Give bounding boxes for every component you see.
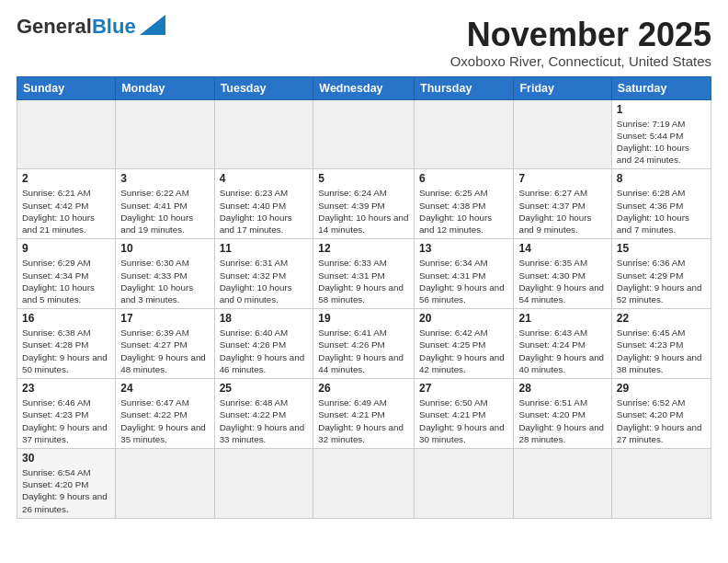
logo: GeneralBlue [17,17,165,37]
day-info-25: Sunrise: 6:48 AM Sunset: 4:22 PM Dayligh… [220,396,309,445]
logo-triangle-icon [140,15,165,35]
calendar-cell-0-6: 1Sunrise: 7:19 AM Sunset: 5:44 PM Daylig… [611,99,711,169]
calendar-cell-4-4: 27Sunrise: 6:50 AM Sunset: 4:21 PM Dayli… [415,379,514,449]
calendar-cell-3-2: 18Sunrise: 6:40 AM Sunset: 4:26 PM Dayli… [214,309,313,379]
calendar-cell-2-2: 11Sunrise: 6:31 AM Sunset: 4:32 PM Dayli… [214,239,313,309]
calendar-cell-1-5: 7Sunrise: 6:27 AM Sunset: 4:37 PM Daylig… [514,169,611,239]
day-info-7: Sunrise: 6:27 AM Sunset: 4:37 PM Dayligh… [518,187,606,236]
calendar-cell-3-3: 19Sunrise: 6:41 AM Sunset: 4:26 PM Dayli… [313,309,415,379]
day-info-23: Sunrise: 6:46 AM Sunset: 4:23 PM Dayligh… [22,396,110,445]
calendar-cell-4-2: 25Sunrise: 6:48 AM Sunset: 4:22 PM Dayli… [214,379,313,449]
week-row-4: 23Sunrise: 6:46 AM Sunset: 4:23 PM Dayli… [17,379,711,449]
calendar-cell-5-3 [313,448,415,518]
day-info-4: Sunrise: 6:23 AM Sunset: 4:40 PM Dayligh… [220,187,309,236]
day-number-28: 28 [518,382,606,395]
day-info-18: Sunrise: 6:40 AM Sunset: 4:26 PM Dayligh… [220,327,309,375]
day-info-9: Sunrise: 6:29 AM Sunset: 4:34 PM Dayligh… [22,257,110,305]
header: GeneralBlue November 2025 Oxoboxo River,… [17,17,711,69]
day-number-29: 29 [617,382,706,395]
calendar-cell-5-0: 30Sunrise: 6:54 AM Sunset: 4:20 PM Dayli… [17,448,116,518]
calendar-cell-3-5: 21Sunrise: 6:43 AM Sunset: 4:24 PM Dayli… [514,309,611,379]
calendar-cell-1-3: 5Sunrise: 6:24 AM Sunset: 4:39 PM Daylig… [313,169,415,239]
day-number-22: 22 [617,312,706,325]
calendar-cell-3-0: 16Sunrise: 6:38 AM Sunset: 4:28 PM Dayli… [17,309,116,379]
day-number-9: 9 [22,242,110,255]
day-number-1: 1 [617,103,706,116]
day-info-21: Sunrise: 6:43 AM Sunset: 4:24 PM Dayligh… [518,327,606,375]
day-number-19: 19 [318,312,409,325]
day-number-20: 20 [419,312,508,325]
day-info-27: Sunrise: 6:50 AM Sunset: 4:21 PM Dayligh… [419,396,508,445]
day-number-14: 14 [518,242,606,255]
day-number-26: 26 [318,382,409,395]
calendar-cell-0-1 [116,99,214,169]
title-block: November 2025 Oxoboxo River, Connecticut… [450,17,711,69]
day-number-17: 17 [120,312,209,325]
week-row-3: 16Sunrise: 6:38 AM Sunset: 4:28 PM Dayli… [17,309,711,379]
day-number-25: 25 [220,382,309,395]
header-friday: Friday [514,76,611,99]
calendar-cell-3-6: 22Sunrise: 6:45 AM Sunset: 4:23 PM Dayli… [611,309,711,379]
header-tuesday: Tuesday [214,76,313,99]
calendar: Sunday Monday Tuesday Wednesday Thursday… [17,76,711,519]
day-number-30: 30 [22,452,110,465]
calendar-cell-4-0: 23Sunrise: 6:46 AM Sunset: 4:23 PM Dayli… [17,379,116,449]
day-info-19: Sunrise: 6:41 AM Sunset: 4:26 PM Dayligh… [318,327,409,375]
svg-marker-0 [140,15,165,35]
month-title: November 2025 [450,17,711,53]
calendar-cell-5-4 [415,448,514,518]
calendar-cell-1-0: 2Sunrise: 6:21 AM Sunset: 4:42 PM Daylig… [17,169,116,239]
calendar-cell-0-0 [17,99,116,169]
day-number-5: 5 [318,172,409,185]
day-info-17: Sunrise: 6:39 AM Sunset: 4:27 PM Dayligh… [120,327,209,375]
day-number-11: 11 [220,242,309,255]
calendar-cell-1-4: 6Sunrise: 6:25 AM Sunset: 4:38 PM Daylig… [415,169,514,239]
calendar-cell-1-1: 3Sunrise: 6:22 AM Sunset: 4:41 PM Daylig… [116,169,214,239]
day-info-13: Sunrise: 6:34 AM Sunset: 4:31 PM Dayligh… [419,257,508,305]
calendar-cell-0-2 [214,99,313,169]
week-row-2: 9Sunrise: 6:29 AM Sunset: 4:34 PM Daylig… [17,239,711,309]
logo-blue-text: Blue [92,15,136,38]
day-info-16: Sunrise: 6:38 AM Sunset: 4:28 PM Dayligh… [22,327,110,375]
day-number-4: 4 [220,172,309,185]
week-row-0: 1Sunrise: 7:19 AM Sunset: 5:44 PM Daylig… [17,99,711,169]
day-number-12: 12 [318,242,409,255]
day-info-30: Sunrise: 6:54 AM Sunset: 4:20 PM Dayligh… [22,466,110,515]
calendar-cell-4-3: 26Sunrise: 6:49 AM Sunset: 4:21 PM Dayli… [313,379,415,449]
day-number-23: 23 [22,382,110,395]
week-row-1: 2Sunrise: 6:21 AM Sunset: 4:42 PM Daylig… [17,169,711,239]
day-number-18: 18 [220,312,309,325]
calendar-cell-0-5 [514,99,611,169]
day-info-2: Sunrise: 6:21 AM Sunset: 4:42 PM Dayligh… [22,187,110,236]
day-info-20: Sunrise: 6:42 AM Sunset: 4:25 PM Dayligh… [419,327,508,375]
calendar-cell-4-1: 24Sunrise: 6:47 AM Sunset: 4:22 PM Dayli… [116,379,214,449]
calendar-cell-2-5: 14Sunrise: 6:35 AM Sunset: 4:30 PM Dayli… [514,239,611,309]
header-monday: Monday [116,76,214,99]
day-number-8: 8 [617,172,706,185]
calendar-cell-2-6: 15Sunrise: 6:36 AM Sunset: 4:29 PM Dayli… [611,239,711,309]
calendar-cell-5-2 [214,448,313,518]
header-saturday: Saturday [611,76,711,99]
day-info-14: Sunrise: 6:35 AM Sunset: 4:30 PM Dayligh… [518,257,606,305]
day-number-10: 10 [120,242,209,255]
calendar-cell-5-5 [514,448,611,518]
calendar-cell-1-6: 8Sunrise: 6:28 AM Sunset: 4:36 PM Daylig… [611,169,711,239]
location-title: Oxoboxo River, Connecticut, United State… [450,53,711,69]
day-info-10: Sunrise: 6:30 AM Sunset: 4:33 PM Dayligh… [120,257,209,305]
day-info-8: Sunrise: 6:28 AM Sunset: 4:36 PM Dayligh… [617,187,706,236]
day-info-26: Sunrise: 6:49 AM Sunset: 4:21 PM Dayligh… [318,396,409,445]
day-info-5: Sunrise: 6:24 AM Sunset: 4:39 PM Dayligh… [318,187,409,236]
calendar-cell-4-6: 29Sunrise: 6:52 AM Sunset: 4:20 PM Dayli… [611,379,711,449]
calendar-cell-0-3 [313,99,415,169]
page: GeneralBlue November 2025 Oxoboxo River,… [0,0,728,563]
day-info-3: Sunrise: 6:22 AM Sunset: 4:41 PM Dayligh… [120,187,209,236]
day-number-24: 24 [120,382,209,395]
calendar-cell-2-3: 12Sunrise: 6:33 AM Sunset: 4:31 PM Dayli… [313,239,415,309]
day-info-15: Sunrise: 6:36 AM Sunset: 4:29 PM Dayligh… [617,257,706,305]
day-number-21: 21 [518,312,606,325]
day-number-2: 2 [22,172,110,185]
day-number-15: 15 [617,242,706,255]
calendar-cell-0-4 [415,99,514,169]
day-info-28: Sunrise: 6:51 AM Sunset: 4:20 PM Dayligh… [518,396,606,445]
calendar-cell-2-0: 9Sunrise: 6:29 AM Sunset: 4:34 PM Daylig… [17,239,116,309]
